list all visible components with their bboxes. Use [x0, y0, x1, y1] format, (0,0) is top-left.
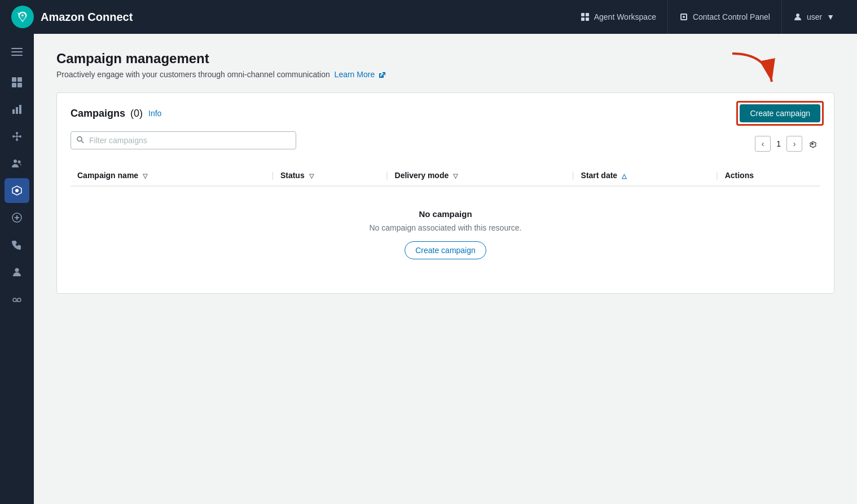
agent-workspace-btn[interactable]: Agent Workspace [569, 0, 668, 34]
filter-wrapper [71, 131, 296, 149]
svg-point-20 [19, 135, 21, 138]
svg-line-36 [82, 141, 84, 143]
svg-rect-3 [586, 13, 589, 16]
sidebar-item-phone[interactable] [5, 232, 29, 257]
svg-point-7 [796, 14, 799, 17]
empty-create-campaign-button[interactable]: Create campaign [405, 241, 486, 259]
user-label: user [807, 12, 822, 21]
campaigns-table: Campaign name ▽ | Status ▽ | Delivery mo… [71, 165, 820, 282]
empty-state: No campaign No campaign associated with … [71, 187, 820, 282]
nav-logo-group: Amazon Connect [11, 6, 133, 28]
sidebar [0, 34, 34, 504]
contact-control-panel-btn[interactable]: Contact Control Panel [668, 0, 782, 34]
sidebar-item-dashboard[interactable] [5, 70, 29, 95]
svg-rect-14 [17, 83, 22, 87]
svg-point-24 [14, 160, 17, 163]
campaigns-table-element: Campaign name ▽ | Status ▽ | Delivery mo… [71, 165, 820, 282]
start-date-sort-icon: △ [622, 173, 626, 179]
svg-rect-10 [11, 55, 23, 56]
svg-rect-4 [581, 17, 584, 21]
delivery-mode-sort-icon: ▽ [453, 173, 458, 179]
page-title: Campaign management [56, 51, 834, 67]
svg-point-31 [13, 298, 16, 302]
empty-state-title: No campaign [71, 209, 820, 219]
sidebar-item-campaigns[interactable] [5, 178, 29, 203]
svg-rect-15 [12, 109, 15, 114]
agent-workspace-label: Agent Workspace [594, 12, 656, 21]
table-settings-btn[interactable] [805, 136, 820, 152]
svg-point-32 [17, 298, 21, 302]
sidebar-item-person[interactable] [5, 259, 29, 284]
col-actions: Actions [718, 165, 820, 186]
pagination-page: 1 [773, 139, 784, 148]
nav-actions: Agent Workspace Contact Control Panel us… [569, 0, 846, 34]
user-dropdown-icon: ▼ [827, 12, 834, 21]
campaigns-title: Campaigns (0) [71, 108, 143, 120]
app-logo [11, 6, 34, 28]
info-link[interactable]: Info [148, 109, 161, 118]
main-content: Campaign management Proactively engage w… [34, 34, 857, 504]
svg-point-26 [15, 189, 19, 192]
table-pagination: ‹ 1 › [755, 136, 820, 152]
svg-rect-17 [19, 105, 21, 114]
learn-more-link[interactable]: Learn More [335, 70, 385, 79]
svg-point-6 [683, 16, 685, 18]
col-start-date[interactable]: Start date △ [574, 165, 716, 186]
svg-point-25 [18, 161, 21, 163]
svg-rect-8 [11, 48, 23, 49]
sidebar-hamburger[interactable] [5, 39, 29, 64]
table-body: No campaign No campaign associated with … [71, 186, 820, 282]
svg-point-19 [16, 132, 18, 134]
sidebar-item-users[interactable] [5, 151, 29, 176]
app-title: Amazon Connect [41, 11, 133, 24]
campaign-name-sort-icon: ▽ [143, 173, 147, 179]
table-header: Campaign name ▽ | Status ▽ | Delivery mo… [71, 165, 820, 186]
user-menu-btn[interactable]: user ▼ [782, 0, 846, 34]
campaigns-card: Campaigns (0) Info Create campaign ‹ 1 › [56, 92, 834, 294]
svg-rect-13 [12, 83, 16, 87]
card-header: Campaigns (0) Info Create campaign [71, 104, 820, 122]
search-icon [76, 136, 84, 145]
svg-point-1 [21, 14, 24, 16]
card-header-left: Campaigns (0) Info [71, 108, 161, 120]
status-sort-icon: ▽ [309, 173, 314, 179]
create-campaign-wrapper: Create campaign [740, 104, 820, 122]
contact-control-panel-label: Contact Control Panel [693, 12, 770, 21]
col-status[interactable]: Status ▽ [274, 165, 386, 186]
svg-rect-2 [581, 13, 584, 16]
page-subtitle: Proactively engage with your customers t… [56, 70, 834, 79]
svg-rect-12 [17, 77, 22, 82]
top-navigation: Amazon Connect Agent Workspace Contact C… [0, 0, 857, 34]
col-delivery-mode[interactable]: Delivery mode ▽ [388, 165, 572, 186]
svg-rect-11 [12, 77, 16, 82]
sidebar-item-analytics[interactable] [5, 97, 29, 122]
svg-point-18 [12, 135, 15, 138]
svg-point-35 [77, 137, 82, 142]
create-campaign-button[interactable]: Create campaign [740, 104, 820, 122]
filter-campaigns-input[interactable] [71, 131, 296, 149]
svg-point-30 [15, 268, 19, 272]
empty-state-subtitle: No campaign associated with this resourc… [71, 223, 820, 232]
svg-rect-9 [11, 51, 23, 52]
svg-point-21 [16, 139, 18, 141]
svg-rect-16 [16, 107, 18, 114]
sidebar-item-flows[interactable] [5, 124, 29, 149]
svg-rect-5 [586, 17, 589, 21]
sidebar-item-add-channel[interactable] [5, 205, 29, 230]
sidebar-item-voicemail[interactable] [5, 286, 29, 311]
col-campaign-name[interactable]: Campaign name ▽ [71, 165, 271, 186]
pagination-prev-btn[interactable]: ‹ [755, 136, 771, 152]
pagination-next-btn[interactable]: › [786, 136, 802, 152]
